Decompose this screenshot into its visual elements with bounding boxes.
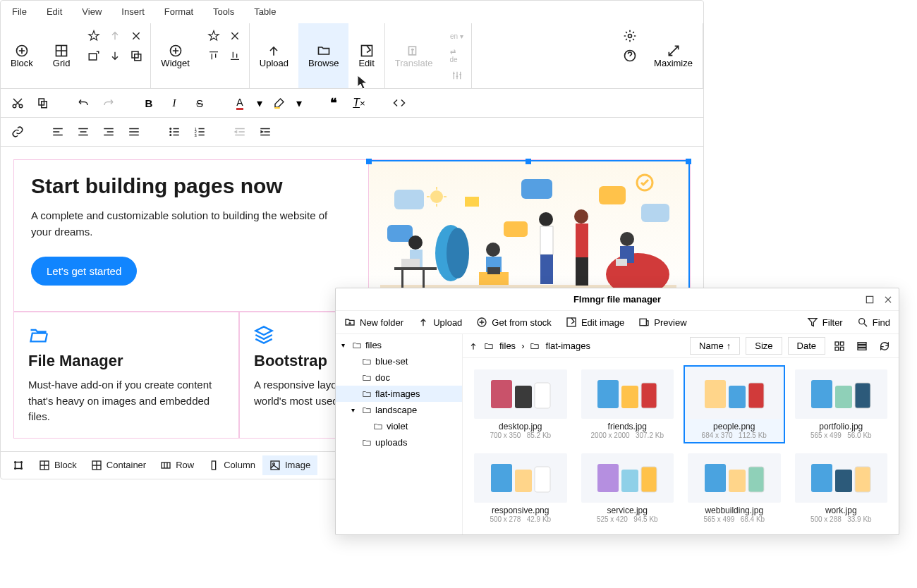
star-icon[interactable] xyxy=(207,29,221,43)
svg-rect-27 xyxy=(641,204,669,222)
file-card[interactable]: desktop.jpg700 x 350 85.2 Kb xyxy=(470,365,571,443)
file-card[interactable]: portfolio.jpg565 x 499 56.0 Kb xyxy=(791,365,892,443)
file-card[interactable]: service.jpg525 x 420 94.5 Kb xyxy=(577,449,679,527)
svg-point-55 xyxy=(14,461,16,463)
outdent-icon[interactable] xyxy=(229,122,251,142)
italic-icon[interactable]: I xyxy=(163,93,186,113)
menu-table[interactable]: Table xyxy=(251,5,279,18)
crumb-column[interactable]: Column xyxy=(201,455,262,475)
undo-icon[interactable] xyxy=(72,93,95,113)
text-color-icon[interactable]: A xyxy=(229,93,251,113)
tree-row[interactable]: doc xyxy=(336,369,462,386)
tree-row[interactable]: violet xyxy=(336,418,462,434)
strike-icon[interactable]: S xyxy=(188,93,211,113)
view-grid-icon[interactable] xyxy=(831,338,848,355)
menu-file[interactable]: File xyxy=(9,5,30,18)
path-segment[interactable]: flat-images xyxy=(545,341,590,351)
crumb-row[interactable]: Row xyxy=(153,455,201,475)
sort-size-button[interactable]: Size xyxy=(746,337,782,355)
dialog-title[interactable]: Flmngr file manager xyxy=(336,288,899,311)
edit-button[interactable]: Edit xyxy=(348,23,384,88)
file-card[interactable]: work.jpg500 x 288 33.9 Kb xyxy=(791,449,892,527)
menu-insert[interactable]: Insert xyxy=(119,5,147,18)
new-folder-button[interactable]: New folder xyxy=(344,317,403,328)
tree-row[interactable]: blue-set xyxy=(336,353,462,369)
tree-row[interactable]: flat-images xyxy=(336,386,462,402)
crumb-image[interactable]: Image xyxy=(262,455,317,475)
close-icon[interactable] xyxy=(883,295,893,305)
chevron-down-icon[interactable]: ▾ xyxy=(254,93,265,113)
close-icon[interactable] xyxy=(129,29,143,43)
tree-row[interactable]: uploads xyxy=(336,434,462,451)
chevron-icon[interactable]: ▾ xyxy=(351,406,358,414)
close-icon[interactable] xyxy=(228,29,242,43)
duplicate-icon[interactable] xyxy=(129,49,143,63)
align-justify-icon[interactable] xyxy=(123,122,145,142)
sort-name-button[interactable]: Name ↑ xyxy=(690,337,740,355)
file-card[interactable]: webbuilding.jpg565 x 499 68.4 Kb xyxy=(684,449,785,527)
menu-tools[interactable]: Tools xyxy=(210,5,237,18)
find-button[interactable]: Find xyxy=(857,317,890,328)
chevron-down-icon[interactable]: ▾ xyxy=(293,93,305,113)
equalizer-icon[interactable] xyxy=(450,68,464,82)
clear-format-icon[interactable]: T× xyxy=(348,93,370,113)
block-button[interactable]: Block xyxy=(1,23,43,88)
tree-row[interactable]: ▾landscape xyxy=(336,402,462,418)
redo-icon[interactable] xyxy=(97,93,120,113)
view-list-icon[interactable] xyxy=(854,338,870,355)
up-button[interactable] xyxy=(468,341,478,351)
maximize-icon[interactable] xyxy=(865,295,875,305)
path-segment[interactable]: files xyxy=(499,341,516,351)
upload-button[interactable]: Upload xyxy=(250,23,298,88)
star-icon[interactable] xyxy=(87,29,101,43)
lang-target-icon[interactable]: ⇄ de xyxy=(450,49,464,63)
file-card[interactable]: people.png684 x 370 112.5 Kb xyxy=(684,365,785,443)
arrow-down-icon[interactable] xyxy=(108,49,122,63)
preview-button[interactable]: Preview xyxy=(638,317,686,328)
translate-button[interactable]: Translate xyxy=(385,23,443,88)
highlight-icon[interactable] xyxy=(268,93,291,113)
align-top-icon[interactable] xyxy=(207,49,221,63)
maximize-button[interactable]: Maximize xyxy=(644,23,703,88)
copy-icon[interactable] xyxy=(32,93,54,113)
menu-format[interactable]: Format xyxy=(162,5,196,18)
grid-button[interactable]: Grid xyxy=(43,23,80,88)
cut-icon[interactable] xyxy=(6,93,29,113)
menu-edit[interactable]: Edit xyxy=(44,5,65,18)
crumb-block[interactable]: Block xyxy=(32,455,84,475)
indent-icon[interactable] xyxy=(254,122,277,142)
move-out-icon[interactable] xyxy=(87,49,101,63)
file-name: portfolio.jpg xyxy=(819,422,863,431)
align-left-icon[interactable] xyxy=(47,122,69,142)
sort-date-button[interactable]: Date xyxy=(788,337,825,355)
file-card[interactable]: friends.jpg2000 x 2000 307.2 Kb xyxy=(577,365,679,443)
align-bottom-icon[interactable] xyxy=(228,49,242,63)
tree-row[interactable]: ▾files xyxy=(336,337,462,353)
list-numbered-icon[interactable]: 123 xyxy=(188,122,211,142)
browse-button[interactable]: Browse xyxy=(298,23,348,88)
help-icon[interactable] xyxy=(623,49,637,63)
align-right-icon[interactable] xyxy=(97,122,120,142)
cta-button[interactable]: Let's get started xyxy=(31,257,137,286)
filter-button[interactable]: Filter xyxy=(807,317,843,328)
get-stock-button[interactable]: Get from stock xyxy=(476,317,552,328)
arrow-up-icon[interactable] xyxy=(108,29,122,43)
chevron-icon[interactable]: ▾ xyxy=(341,341,348,349)
upload-button[interactable]: Upload xyxy=(418,317,462,328)
quote-icon[interactable]: ❝ xyxy=(322,93,345,113)
list-bullet-icon[interactable] xyxy=(163,122,186,142)
lang-source-icon[interactable]: en ▾ xyxy=(450,29,464,43)
edit-image-button[interactable]: Edit image xyxy=(566,317,624,328)
menu-view[interactable]: View xyxy=(79,5,104,18)
widget-button[interactable]: Widget xyxy=(151,23,199,88)
link-icon[interactable] xyxy=(6,122,29,142)
align-center-icon[interactable] xyxy=(72,122,95,142)
code-icon[interactable] xyxy=(388,93,411,113)
file-card[interactable]: responsive.png500 x 278 42.9 Kb xyxy=(470,449,571,527)
gear-icon[interactable] xyxy=(623,29,637,43)
bold-icon[interactable]: B xyxy=(138,93,160,113)
crumb-container[interactable]: Container xyxy=(84,455,153,475)
refresh-icon[interactable] xyxy=(876,338,893,355)
crumb-canvas[interactable] xyxy=(5,455,32,476)
folder-icon xyxy=(362,373,372,383)
